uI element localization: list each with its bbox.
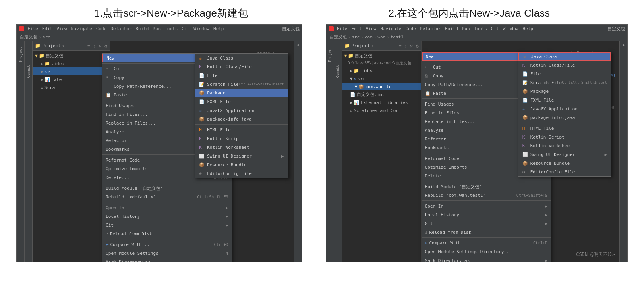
right-ctx-open-in[interactable]: Open In ▶ — [422, 202, 551, 210]
right-menu-build[interactable]: Build — [444, 26, 459, 31]
ctx-compare[interactable]: ↔ Compare With... Ctrl+D — [102, 240, 231, 249]
right-menu-code[interactable]: Code — [404, 26, 417, 31]
right-src[interactable]: ▼ s src — [342, 75, 421, 83]
sub-kotlin-script[interactable]: K Kotlin Script — [195, 134, 288, 143]
right-sub-file[interactable]: 📄 File — [518, 69, 611, 78]
ctx-build-module[interactable]: Build Module '自定义包' — [102, 184, 231, 192]
right-panel-dropdown[interactable]: ▾ — [371, 44, 374, 48]
left-panel-icons: ≡ ÷ ✕ ⚙ — [87, 43, 108, 49]
sub-java-class[interactable]: ☕ Java Class — [195, 54, 288, 62]
right-sub-html[interactable]: H HTML File — [518, 124, 611, 133]
right-sub-editorconfig[interactable]: ⚙ EditorConfig File — [518, 167, 611, 176]
right-menu-tools[interactable]: Tools — [473, 26, 488, 31]
right-sub-swing[interactable]: ⬜ Swing UI Designer ▶ — [518, 150, 611, 159]
left-menu-tools[interactable]: Tools — [164, 26, 178, 31]
right-menu-view[interactable]: View — [365, 26, 377, 31]
sub-editorconfig[interactable]: ⚙ EditorConfig File — [195, 169, 288, 178]
right-sub-kotlin-ws[interactable]: K Kotlin Worksheet — [518, 141, 611, 150]
right-idea[interactable]: ▶ 📁 .idea — [342, 67, 421, 75]
left-ide-icon — [19, 26, 24, 31]
ctx-copy-path-left: Copy Path/Reference... — [106, 84, 172, 89]
right-sub-javafx[interactable]: ☕ JavaFX Application — [518, 104, 611, 113]
paste-icon: 📋 — [106, 92, 111, 98]
sub-resource-bundle[interactable]: 📦 Resource Bundle — [195, 160, 288, 169]
ctx-replace-label: Replace in Files... — [106, 121, 156, 126]
tree-idea[interactable]: ▶ 📁 .idea — [33, 60, 110, 67]
right-custom-iml[interactable]: 📄 自定义包.iml — [342, 90, 421, 98]
right-tree-root2[interactable]: D:\JavaSE\java-code\自定义包 — [342, 60, 421, 67]
right-tree-root[interactable]: ▼ 📁 自定义包 — [342, 52, 421, 60]
tree-src[interactable]: ▶ s s — [33, 67, 110, 75]
right-menu-edit[interactable]: Edit — [350, 26, 363, 31]
right-ctx-build[interactable]: Build Module '自定义包' — [422, 182, 551, 191]
left-menu-file[interactable]: File — [27, 26, 39, 31]
right-ctx-rebuild[interactable]: Rebuild 'com.wan.test1' Ctrl+Shift+F9 — [422, 191, 551, 200]
left-panel-title: Project — [42, 43, 60, 48]
right-sub-scratch[interactable]: 📝 Scratch File Ctrl+Alt+Shift+Insert — [518, 78, 611, 87]
right-menu-refactor[interactable]: Refactor — [419, 26, 442, 31]
sub-html[interactable]: H HTML File — [195, 125, 288, 134]
left-menu-edit[interactable]: Edit — [41, 26, 54, 31]
right-menu-navigate[interactable]: Navigate — [379, 26, 402, 31]
reload-icon: ↺ — [106, 231, 108, 237]
left-panel-dropdown[interactable]: ▾ — [62, 44, 65, 48]
right-menu-git[interactable]: Git — [490, 26, 500, 31]
ctx-reload[interactable]: ↺ Reload from Disk — [102, 229, 231, 238]
right-menu-help[interactable]: Help — [522, 26, 534, 31]
ctx-open-in[interactable]: Open In ▶ — [102, 203, 231, 212]
sub-package-info[interactable]: 📦 package-info.java — [195, 115, 288, 123]
sub-kotlin-class[interactable]: K Kotlin Class/File — [195, 62, 288, 71]
right-ctx-reload[interactable]: ↺ Reload from Disk — [422, 228, 551, 237]
ctx-mark-dir[interactable]: Mark Directory as ▶ — [102, 258, 231, 262]
right-external[interactable]: ▶ 📊 External Libraries — [342, 98, 421, 106]
ctx-open-module[interactable]: Open Module Settings F4 — [102, 249, 231, 258]
left-menu-view[interactable]: View — [56, 26, 68, 31]
right-ctx-git[interactable]: Git ▶ — [422, 219, 551, 228]
right-swing-icon: ⬜ — [522, 152, 528, 157]
right-sub-kotlin-script[interactable]: K Kotlin Script — [518, 133, 611, 141]
right-ctx-mark-dir[interactable]: Mark Directory as ▶ — [422, 256, 551, 262]
right-menu-file[interactable]: File — [336, 26, 348, 31]
sub-fxml[interactable]: 📄 FXML File — [195, 97, 288, 106]
left-menu-run[interactable]: Run — [152, 26, 161, 31]
right-sub-fxml[interactable]: 📄 FXML File — [518, 96, 611, 104]
left-menu-git[interactable]: Git — [181, 26, 190, 31]
sub-scratch-label: Scratch File — [207, 82, 238, 87]
left-menu-window[interactable]: Window — [193, 26, 210, 31]
left-menu-help[interactable]: Help — [213, 26, 225, 31]
left-menu-build[interactable]: Build — [135, 26, 149, 31]
right-bc-sep3: › — [374, 35, 377, 40]
tree-external[interactable]: ▶ 📊 Exte — [33, 75, 110, 83]
right-com-wan-te[interactable]: ▼ 📦 com.wan.te — [342, 83, 421, 90]
sub-java-class-label: Java Class — [207, 56, 233, 61]
right-sub-java-class[interactable]: ☕ Java Class — [518, 52, 611, 61]
left-menu-refactor[interactable]: Refactor — [110, 26, 132, 31]
sub-html-label: HTML File — [207, 127, 231, 133]
sub-package[interactable]: 📦 Package — [195, 89, 288, 97]
right-sub-resource-label: Resource Bundle — [530, 161, 570, 166]
ctx-open-in-label: Open In — [106, 205, 124, 210]
right-sub-pkg-info[interactable]: 📦 package-info.java — [518, 113, 611, 122]
right-menu-window[interactable]: Window — [502, 26, 520, 31]
sub-kotlin-worksheet[interactable]: K Kotlin Worksheet — [195, 143, 288, 152]
right-sub-package[interactable]: 📦 Package — [518, 87, 611, 96]
right-ctx-compare[interactable]: ↔ Compare With... Ctrl+D — [422, 239, 551, 247]
sub-javafx[interactable]: ☕ JavaFX Application — [195, 106, 288, 115]
tree-scratch[interactable]: ♻ Scra — [33, 83, 110, 91]
right-sub-resource[interactable]: 📦 Resource Bundle — [518, 159, 611, 167]
right-sub-kotlin-class[interactable]: K Kotlin Class/File — [518, 61, 611, 69]
sub-file[interactable]: 📄 File — [195, 71, 288, 80]
right-ctx-open-module[interactable]: Open Module Settings Directory . — [422, 247, 551, 256]
right-ctx-local-history[interactable]: Local History ▶ — [422, 210, 551, 219]
left-menu-code[interactable]: Code — [95, 26, 108, 31]
ctx-compare-shortcut: Ctrl+D — [214, 242, 228, 247]
left-menu-navigate[interactable]: Navigate — [70, 26, 93, 31]
ctx-rebuild[interactable]: Rebuild '<default>' Ctrl+Shift+F9 — [102, 192, 231, 201]
sub-scratch[interactable]: 📝 Scratch File Ctrl+Alt+Shift+Insert — [195, 80, 288, 89]
ctx-local-history[interactable]: Local History ▶ — [102, 212, 231, 221]
ctx-git[interactable]: Git ▶ — [102, 221, 231, 229]
right-menu-run[interactable]: Run — [461, 26, 471, 31]
tree-root-item[interactable]: ▼ 📁 自定义包 — [33, 52, 110, 60]
sub-swing[interactable]: ⬜ Swing UI Designer ▶ — [195, 152, 288, 160]
right-scratches[interactable]: ♻ Scratches and Cor — [342, 106, 421, 114]
